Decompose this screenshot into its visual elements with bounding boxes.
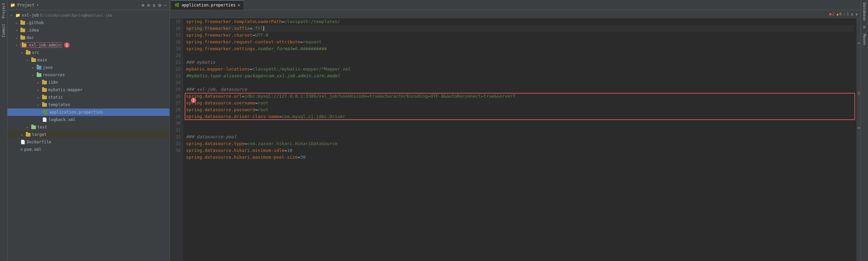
test-label: test (37, 125, 47, 129)
line29-key: spring.datasource.driver-class-name (186, 113, 279, 120)
commit-tab[interactable]: Commit (1, 21, 6, 40)
line18-eq: = (300, 39, 303, 45)
line17-val: UTF-8 (255, 32, 269, 39)
tab-label: application.properties (182, 3, 236, 7)
nav-down-icon[interactable]: ∨ (855, 12, 858, 17)
resources-label: resources (43, 73, 65, 77)
line26-val: jdbc:mysql://127.0.0.1:3306/xxl_job?useU… (244, 93, 515, 100)
mybatis-mapper-item[interactable]: mybatis-mapper (7, 86, 169, 94)
warning-badge: ▲ 6 (836, 12, 842, 16)
i18n-item[interactable]: i18n (7, 79, 169, 86)
resources-chevron (32, 73, 37, 77)
line15-val: classpath:/templates/ (284, 18, 340, 25)
pom-icon: m (20, 147, 23, 152)
mybatis-mapper-chevron (37, 88, 42, 92)
src-item[interactable]: src (7, 49, 169, 56)
line16-eq: = (250, 25, 253, 32)
ok-count: 1 (847, 12, 849, 16)
code-lines: spring.freemarker.templateLoaderPath=cla… (186, 18, 854, 161)
scroll-error-marker-2 (858, 127, 860, 128)
github-item[interactable]: .github (7, 19, 169, 26)
chevron-icon: ▾ (37, 3, 39, 7)
java-folder-icon (37, 66, 41, 69)
line32-val: com.zaxxer.hikari.HikariDataSource (247, 140, 337, 147)
idea-item[interactable]: .idea (7, 26, 169, 34)
line28-eq: = (255, 106, 258, 113)
java-item[interactable]: java (7, 64, 169, 71)
app-props-label: application.properties (49, 110, 103, 115)
maven-icon-label[interactable]: m (862, 23, 867, 31)
code-line-31: ### datasource-pool (186, 134, 854, 140)
github-label: .github (26, 20, 44, 25)
line-numbers: 15 16 17 18 19 20 21 22 23 24 25 26 27 2… (170, 18, 183, 261)
scroll-thumb[interactable] (858, 91, 860, 95)
github-chevron (16, 21, 20, 25)
editor-toolbar: ● 2 ▲ 6 ✓ 1 ∧ ∨ (170, 10, 861, 18)
i18n-label: i18n (48, 80, 58, 85)
xxl-job-admin-item[interactable]: xxl-job-admin 1 (7, 41, 169, 49)
doc-item[interactable]: doc (7, 34, 169, 41)
admin-border: xxl-job-admin (20, 42, 62, 48)
maven-tab[interactable]: Maven (862, 31, 867, 48)
sort-icon[interactable]: ⇅ (153, 2, 155, 8)
left-sidebar-tabs: Project Commit (0, 0, 7, 261)
line17-key: spring.freemarker.charset (186, 32, 253, 39)
static-item[interactable]: static (7, 94, 169, 101)
line27-key: spring.datasource.username (186, 100, 255, 106)
settings-icon[interactable]: ⚙ (158, 2, 161, 8)
line18-key: spring.freemarker.request-context-attrib… (186, 39, 300, 45)
ln-18: 18 (172, 39, 181, 45)
code-content[interactable]: spring.freemarker.templateLoaderPath=cla… (183, 18, 856, 261)
error-badge: ● 2 (829, 12, 834, 16)
main-folder-icon (31, 58, 36, 62)
code-line-21: ### mybatis (186, 59, 854, 66)
tab-icon: 🌿 (174, 3, 180, 7)
line28-key: spring.datasource.password (186, 106, 255, 113)
code-line-34: spring.datasource.hikari.maximum-pool-si… (186, 154, 854, 161)
app-props-item[interactable]: 🌿 application.properties (7, 108, 169, 116)
right-sidebar: Database m Maven (861, 0, 868, 261)
logback-icon: 📄 (42, 117, 47, 122)
test-item[interactable]: test (7, 123, 169, 131)
target-chevron (21, 133, 26, 137)
pom-item[interactable]: m pom.xml (7, 146, 169, 153)
logback-item[interactable]: 📄 logback.xml (7, 116, 169, 123)
tab-close-icon[interactable]: × (238, 3, 240, 7)
ln-24: 24 (172, 79, 181, 86)
project-tab[interactable]: Project (1, 0, 6, 21)
nav-up-icon[interactable]: ∧ (851, 12, 853, 17)
minimize-icon[interactable]: — (164, 2, 167, 8)
flatten-icon[interactable]: ≡ (147, 2, 150, 8)
line28-val: root (258, 106, 268, 113)
app-props-tab[interactable]: 🌿 application.properties × (171, 0, 244, 10)
error-count: 2 (832, 12, 834, 16)
project-title-area: 📁 Project ▾ (10, 3, 39, 7)
ln-20: 20 (172, 52, 181, 59)
line27-eq: = (255, 100, 258, 106)
target-item[interactable]: target (7, 131, 169, 138)
test-folder-icon (31, 125, 36, 129)
line33-key: spring.datasource.hikari.minimum-idle (186, 147, 284, 154)
code-line-27: spring.datasource.username=root (186, 100, 854, 106)
line34-eq: = (298, 154, 300, 161)
ok-icon: ✓ (844, 12, 846, 16)
line32-key: spring.datasource.type (186, 140, 244, 147)
main-item[interactable]: main (7, 56, 169, 64)
doc-chevron (16, 36, 20, 40)
code-line-33: spring.datasource.hikari.minimum-idle=10 (186, 147, 854, 154)
mybatis-mapper-folder-icon (42, 88, 47, 92)
i18n-chevron (37, 81, 42, 84)
dockerfile-item[interactable]: 📄 Dockerfile (7, 138, 169, 146)
resources-folder-icon (37, 73, 41, 77)
tree-root[interactable]: 📁 xxl-job D:\study\code\SpringBoot\xxl-j… (7, 12, 169, 19)
add-module-icon[interactable]: ⊕ (142, 2, 144, 8)
line15-key: spring.freemarker.templateLoaderPath (186, 18, 282, 25)
java-label: java (43, 65, 53, 70)
dockerfile-icon: 📄 (20, 140, 25, 144)
line19-val: 0.########## (295, 45, 327, 52)
templates-item[interactable]: templates (7, 101, 169, 108)
resources-item[interactable]: resources (7, 71, 169, 79)
project-header: 📁 Project ▾ ⊕ ≡ ⇅ ⚙ — (7, 0, 169, 10)
code-line-23: #mybatis.type-aliases-package=com.xxl.jo… (186, 73, 854, 79)
database-tab[interactable]: Database (862, 0, 867, 23)
